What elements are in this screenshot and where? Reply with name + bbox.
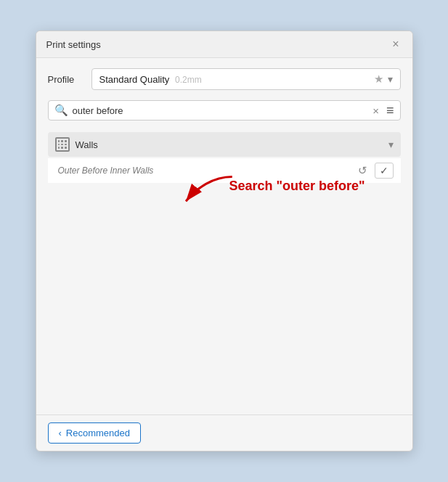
search-icon: 🔍 [54,104,68,117]
search-clear-icon[interactable]: × [372,105,379,116]
close-button[interactable]: × [389,37,402,52]
star-icon: ★ [374,73,383,86]
reset-button[interactable]: ↺ [355,163,370,179]
walls-icon-dot-6 [65,144,67,146]
search-input[interactable] [73,105,369,116]
check-button[interactable]: ✓ [375,163,394,179]
setting-actions: ↺ ✓ [355,163,394,179]
walls-section-left: Walls [55,137,98,152]
recommended-button[interactable]: ‹ Recommended [48,422,142,444]
setting-name: Outer Before Inner Walls [58,166,154,176]
dialog-titlebar: Print settings × [36,31,412,58]
search-row: 🔍 × ≡ [48,100,401,120]
profile-select-icons: ★ ▾ [374,73,393,86]
walls-icon-dot-2 [61,140,63,142]
dialog-title: Print settings [46,39,101,50]
chevron-left-icon: ‹ [59,428,62,438]
walls-section-header[interactable]: Walls ▾ [48,132,401,157]
walls-icon-dot-9 [65,147,67,149]
walls-icon-dot-1 [58,140,60,142]
walls-section-title: Walls [76,139,98,150]
profile-select-value: Standard Quality 0.2mm [99,74,202,85]
profile-row: Profile Standard Quality 0.2mm ★ ▾ [48,68,401,90]
walls-icon [55,137,70,152]
walls-icon-dot-3 [65,140,67,142]
walls-icon-dot-5 [61,144,63,146]
recommended-label: Recommended [66,428,130,438]
dialog-body: Profile Standard Quality 0.2mm ★ ▾ 🔍 × ≡ [36,58,412,414]
walls-chevron-icon: ▾ [388,139,394,150]
walls-icon-dot-4 [58,144,60,146]
chevron-down-icon: ▾ [388,73,393,85]
print-settings-dialog: Print settings × Profile Standard Qualit… [36,30,413,452]
profile-label: Profile [48,74,84,85]
setting-row: Outer Before Inner Walls ↺ ✓ [48,158,401,183]
dialog-footer: ‹ Recommended [36,414,412,451]
profile-select[interactable]: Standard Quality 0.2mm ★ ▾ [91,68,401,90]
walls-icon-dot-7 [58,147,60,149]
search-menu-icon[interactable]: ≡ [386,104,394,117]
walls-icon-dot-8 [61,147,63,149]
